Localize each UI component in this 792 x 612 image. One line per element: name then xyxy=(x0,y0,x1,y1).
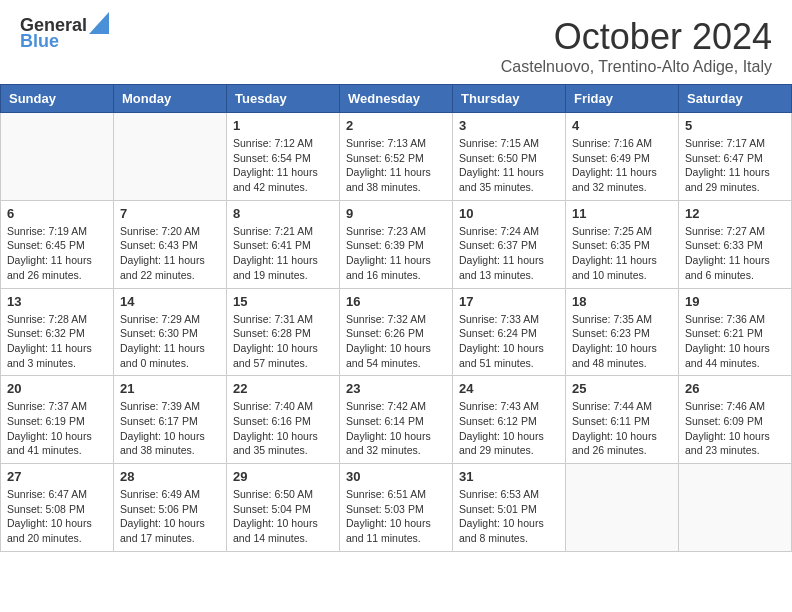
day-info: Sunrise: 7:31 AM Sunset: 6:28 PM Dayligh… xyxy=(233,312,333,371)
calendar-day-cell: 28Sunrise: 6:49 AM Sunset: 5:06 PM Dayli… xyxy=(114,464,227,552)
calendar-day-cell: 20Sunrise: 7:37 AM Sunset: 6:19 PM Dayli… xyxy=(1,376,114,464)
calendar-day-cell xyxy=(1,113,114,201)
calendar-day-cell: 13Sunrise: 7:28 AM Sunset: 6:32 PM Dayli… xyxy=(1,288,114,376)
logo: General Blue xyxy=(20,16,109,52)
day-info: Sunrise: 7:16 AM Sunset: 6:49 PM Dayligh… xyxy=(572,136,672,195)
calendar-day-cell xyxy=(679,464,792,552)
day-number: 16 xyxy=(346,294,446,309)
day-info: Sunrise: 7:46 AM Sunset: 6:09 PM Dayligh… xyxy=(685,399,785,458)
day-info: Sunrise: 7:35 AM Sunset: 6:23 PM Dayligh… xyxy=(572,312,672,371)
day-number: 26 xyxy=(685,381,785,396)
logo-triangle-icon xyxy=(89,12,109,34)
calendar-day-cell: 18Sunrise: 7:35 AM Sunset: 6:23 PM Dayli… xyxy=(566,288,679,376)
calendar-week-row: 27Sunrise: 6:47 AM Sunset: 5:08 PM Dayli… xyxy=(1,464,792,552)
calendar-day-cell: 31Sunrise: 6:53 AM Sunset: 5:01 PM Dayli… xyxy=(453,464,566,552)
day-number: 17 xyxy=(459,294,559,309)
day-info: Sunrise: 6:49 AM Sunset: 5:06 PM Dayligh… xyxy=(120,487,220,546)
calendar-day-header: Sunday xyxy=(1,85,114,113)
calendar-day-cell: 19Sunrise: 7:36 AM Sunset: 6:21 PM Dayli… xyxy=(679,288,792,376)
calendar-day-cell: 25Sunrise: 7:44 AM Sunset: 6:11 PM Dayli… xyxy=(566,376,679,464)
calendar-week-row: 1Sunrise: 7:12 AM Sunset: 6:54 PM Daylig… xyxy=(1,113,792,201)
day-number: 31 xyxy=(459,469,559,484)
day-info: Sunrise: 7:43 AM Sunset: 6:12 PM Dayligh… xyxy=(459,399,559,458)
calendar-day-cell: 21Sunrise: 7:39 AM Sunset: 6:17 PM Dayli… xyxy=(114,376,227,464)
day-number: 1 xyxy=(233,118,333,133)
day-number: 28 xyxy=(120,469,220,484)
calendar-day-cell: 8Sunrise: 7:21 AM Sunset: 6:41 PM Daylig… xyxy=(227,200,340,288)
calendar-day-cell: 2Sunrise: 7:13 AM Sunset: 6:52 PM Daylig… xyxy=(340,113,453,201)
day-info: Sunrise: 7:33 AM Sunset: 6:24 PM Dayligh… xyxy=(459,312,559,371)
day-info: Sunrise: 6:50 AM Sunset: 5:04 PM Dayligh… xyxy=(233,487,333,546)
calendar-day-cell: 24Sunrise: 7:43 AM Sunset: 6:12 PM Dayli… xyxy=(453,376,566,464)
calendar-day-header: Friday xyxy=(566,85,679,113)
calendar-day-cell: 30Sunrise: 6:51 AM Sunset: 5:03 PM Dayli… xyxy=(340,464,453,552)
day-info: Sunrise: 7:40 AM Sunset: 6:16 PM Dayligh… xyxy=(233,399,333,458)
calendar-day-header: Saturday xyxy=(679,85,792,113)
day-number: 24 xyxy=(459,381,559,396)
day-info: Sunrise: 7:39 AM Sunset: 6:17 PM Dayligh… xyxy=(120,399,220,458)
day-info: Sunrise: 6:51 AM Sunset: 5:03 PM Dayligh… xyxy=(346,487,446,546)
day-info: Sunrise: 7:24 AM Sunset: 6:37 PM Dayligh… xyxy=(459,224,559,283)
day-number: 27 xyxy=(7,469,107,484)
calendar-day-cell xyxy=(114,113,227,201)
day-number: 12 xyxy=(685,206,785,221)
main-title: October 2024 xyxy=(501,16,772,58)
calendar-week-row: 20Sunrise: 7:37 AM Sunset: 6:19 PM Dayli… xyxy=(1,376,792,464)
day-info: Sunrise: 7:32 AM Sunset: 6:26 PM Dayligh… xyxy=(346,312,446,371)
day-number: 30 xyxy=(346,469,446,484)
day-info: Sunrise: 7:42 AM Sunset: 6:14 PM Dayligh… xyxy=(346,399,446,458)
calendar-day-header: Thursday xyxy=(453,85,566,113)
calendar-day-cell: 29Sunrise: 6:50 AM Sunset: 5:04 PM Dayli… xyxy=(227,464,340,552)
day-number: 15 xyxy=(233,294,333,309)
calendar-day-header: Monday xyxy=(114,85,227,113)
calendar-day-cell: 1Sunrise: 7:12 AM Sunset: 6:54 PM Daylig… xyxy=(227,113,340,201)
day-number: 4 xyxy=(572,118,672,133)
day-info: Sunrise: 6:53 AM Sunset: 5:01 PM Dayligh… xyxy=(459,487,559,546)
day-info: Sunrise: 7:13 AM Sunset: 6:52 PM Dayligh… xyxy=(346,136,446,195)
day-info: Sunrise: 7:25 AM Sunset: 6:35 PM Dayligh… xyxy=(572,224,672,283)
day-info: Sunrise: 7:20 AM Sunset: 6:43 PM Dayligh… xyxy=(120,224,220,283)
calendar-day-cell: 27Sunrise: 6:47 AM Sunset: 5:08 PM Dayli… xyxy=(1,464,114,552)
calendar-day-header: Wednesday xyxy=(340,85,453,113)
day-info: Sunrise: 7:15 AM Sunset: 6:50 PM Dayligh… xyxy=(459,136,559,195)
logo-text-blue: Blue xyxy=(20,32,59,52)
calendar-day-cell: 14Sunrise: 7:29 AM Sunset: 6:30 PM Dayli… xyxy=(114,288,227,376)
day-info: Sunrise: 7:37 AM Sunset: 6:19 PM Dayligh… xyxy=(7,399,107,458)
day-number: 23 xyxy=(346,381,446,396)
day-info: Sunrise: 7:28 AM Sunset: 6:32 PM Dayligh… xyxy=(7,312,107,371)
calendar-day-cell: 5Sunrise: 7:17 AM Sunset: 6:47 PM Daylig… xyxy=(679,113,792,201)
title-block: October 2024 Castelnuovo, Trentino-Alto … xyxy=(501,16,772,76)
calendar-day-cell: 3Sunrise: 7:15 AM Sunset: 6:50 PM Daylig… xyxy=(453,113,566,201)
day-info: Sunrise: 7:36 AM Sunset: 6:21 PM Dayligh… xyxy=(685,312,785,371)
day-number: 6 xyxy=(7,206,107,221)
calendar-week-row: 6Sunrise: 7:19 AM Sunset: 6:45 PM Daylig… xyxy=(1,200,792,288)
calendar-header-row: SundayMondayTuesdayWednesdayThursdayFrid… xyxy=(1,85,792,113)
day-info: Sunrise: 7:19 AM Sunset: 6:45 PM Dayligh… xyxy=(7,224,107,283)
calendar-day-cell xyxy=(566,464,679,552)
calendar-week-row: 13Sunrise: 7:28 AM Sunset: 6:32 PM Dayli… xyxy=(1,288,792,376)
day-info: Sunrise: 7:27 AM Sunset: 6:33 PM Dayligh… xyxy=(685,224,785,283)
day-number: 14 xyxy=(120,294,220,309)
calendar-day-header: Tuesday xyxy=(227,85,340,113)
day-number: 2 xyxy=(346,118,446,133)
day-number: 29 xyxy=(233,469,333,484)
calendar-day-cell: 17Sunrise: 7:33 AM Sunset: 6:24 PM Dayli… xyxy=(453,288,566,376)
day-number: 3 xyxy=(459,118,559,133)
day-number: 9 xyxy=(346,206,446,221)
day-info: Sunrise: 7:29 AM Sunset: 6:30 PM Dayligh… xyxy=(120,312,220,371)
day-info: Sunrise: 7:44 AM Sunset: 6:11 PM Dayligh… xyxy=(572,399,672,458)
day-number: 10 xyxy=(459,206,559,221)
day-info: Sunrise: 7:12 AM Sunset: 6:54 PM Dayligh… xyxy=(233,136,333,195)
calendar-day-cell: 23Sunrise: 7:42 AM Sunset: 6:14 PM Dayli… xyxy=(340,376,453,464)
calendar-day-cell: 26Sunrise: 7:46 AM Sunset: 6:09 PM Dayli… xyxy=(679,376,792,464)
calendar-day-cell: 22Sunrise: 7:40 AM Sunset: 6:16 PM Dayli… xyxy=(227,376,340,464)
day-number: 25 xyxy=(572,381,672,396)
day-number: 13 xyxy=(7,294,107,309)
day-number: 20 xyxy=(7,381,107,396)
day-number: 22 xyxy=(233,381,333,396)
subtitle: Castelnuovo, Trentino-Alto Adige, Italy xyxy=(501,58,772,76)
day-number: 5 xyxy=(685,118,785,133)
page-header: General Blue October 2024 Castelnuovo, T… xyxy=(0,0,792,84)
day-info: Sunrise: 6:47 AM Sunset: 5:08 PM Dayligh… xyxy=(7,487,107,546)
calendar-day-cell: 6Sunrise: 7:19 AM Sunset: 6:45 PM Daylig… xyxy=(1,200,114,288)
